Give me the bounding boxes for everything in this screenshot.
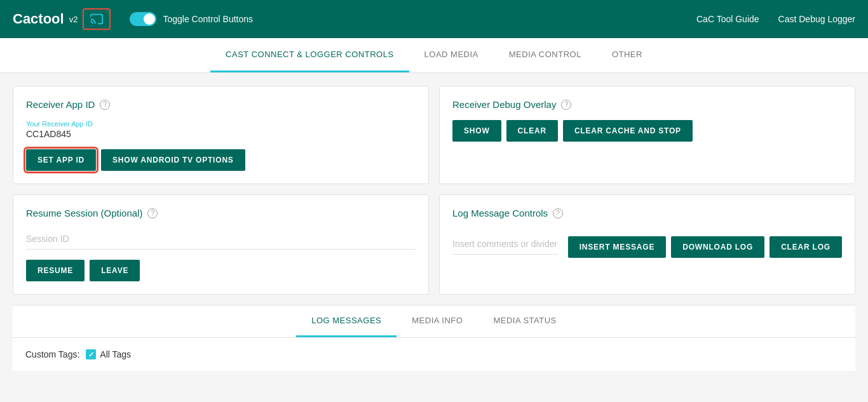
clear-debug-button[interactable]: CLEAR — [506, 120, 558, 142]
custom-tags-area: Custom Tags: All Tags — [13, 338, 855, 371]
resume-session-title: Resume Session (Optional) ? — [26, 208, 416, 218]
receiver-debug-overlay-help[interactable]: ? — [561, 100, 571, 110]
app-id-sub-label: Your Receiver App ID — [26, 120, 416, 128]
receiver-app-id-card: Receiver App ID ? Your Receiver App ID C… — [13, 86, 429, 184]
tab-media-control[interactable]: MEDIA CONTROL — [494, 38, 597, 72]
toggle-switch[interactable] — [130, 12, 156, 26]
resume-session-card: Resume Session (Optional) ? RESUME LEAVE — [13, 194, 429, 295]
logo-version: v2 — [69, 15, 78, 24]
tab-media-status[interactable]: MEDIA STATUS — [478, 305, 571, 337]
show-debug-button[interactable]: SHOW — [452, 120, 501, 142]
receiver-app-id-title: Receiver App ID ? — [26, 99, 416, 110]
set-app-id-button[interactable]: SET APP ID — [26, 149, 96, 171]
toggle-control-area: Toggle Control Buttons — [130, 12, 253, 26]
log-message-controls-card: Log Message Controls ? INSERT MESSAGE DO… — [439, 194, 855, 295]
log-comment-input[interactable] — [452, 234, 558, 255]
bottom-section: LOG MESSAGES MEDIA INFO MEDIA STATUS Cus… — [13, 305, 855, 371]
tab-other[interactable]: OTHER — [597, 38, 658, 72]
receiver-debug-overlay-card: Receiver Debug Overlay ? SHOW CLEAR CLEA… — [439, 86, 855, 184]
card-grid: Receiver App ID ? Your Receiver App ID C… — [13, 86, 855, 295]
bottom-tabs: LOG MESSAGES MEDIA INFO MEDIA STATUS — [13, 305, 855, 338]
clear-cache-stop-button[interactable]: CLEAR CACHE AND STOP — [563, 120, 693, 142]
main-tabs: CAST CONNECT & LOGGER CONTROLS LOAD MEDI… — [0, 38, 868, 73]
logo-text: Cactool — [13, 11, 64, 27]
log-buttons: INSERT MESSAGE DOWNLOAD LOG CLEAR LOG — [568, 236, 842, 258]
show-android-tv-button[interactable]: SHOW ANDROID TV OPTIONS — [101, 149, 245, 171]
log-input-wrap — [452, 229, 558, 255]
tab-load-media[interactable]: LOAD MEDIA — [409, 38, 494, 72]
cast-icon — [88, 12, 105, 26]
log-controls-inner: INSERT MESSAGE DOWNLOAD LOG CLEAR LOG — [452, 229, 842, 258]
download-log-button[interactable]: DOWNLOAD LOG — [671, 236, 764, 258]
app-id-buttons: SET APP ID SHOW ANDROID TV OPTIONS — [26, 149, 416, 171]
tab-cast-connect[interactable]: CAST CONNECT & LOGGER CONTROLS — [210, 38, 409, 72]
custom-tags-label: Custom Tags: — [25, 349, 79, 359]
resume-button[interactable]: RESUME — [26, 260, 85, 281]
tab-log-messages[interactable]: LOG MESSAGES — [296, 305, 397, 337]
app-id-value: CC1AD845 — [26, 129, 416, 139]
all-tags-checkbox-label[interactable]: All Tags — [86, 349, 131, 359]
tab-media-info[interactable]: MEDIA INFO — [397, 305, 478, 337]
debug-overlay-buttons: SHOW CLEAR CLEAR CACHE AND STOP — [452, 120, 842, 142]
insert-message-button[interactable]: INSERT MESSAGE — [568, 236, 667, 258]
log-message-controls-title: Log Message Controls ? — [452, 208, 842, 218]
logo: Cactool v2 — [13, 8, 111, 30]
main-content: Receiver App ID ? Your Receiver App ID C… — [0, 73, 868, 384]
session-id-input[interactable] — [26, 229, 416, 250]
all-tags-checkbox[interactable] — [86, 349, 96, 359]
header-nav: CaC Tool Guide Cast Debug Logger — [696, 14, 855, 24]
toggle-label: Toggle Control Buttons — [163, 14, 253, 24]
receiver-app-id-help[interactable]: ? — [100, 100, 110, 110]
clear-log-button[interactable]: CLEAR LOG — [770, 236, 842, 258]
leave-button[interactable]: LEAVE — [90, 260, 140, 281]
all-tags-label: All Tags — [100, 349, 131, 359]
app-header: Cactool v2 Toggle Control Buttons CaC To… — [0, 0, 868, 38]
cast-debug-logger-link[interactable]: Cast Debug Logger — [778, 14, 855, 24]
session-buttons: RESUME LEAVE — [26, 260, 416, 281]
log-message-controls-help[interactable]: ? — [553, 208, 563, 218]
cac-tool-guide-link[interactable]: CaC Tool Guide — [696, 14, 759, 24]
cast-icon-box[interactable] — [83, 8, 111, 30]
resume-session-help[interactable]: ? — [147, 208, 158, 218]
receiver-debug-overlay-title: Receiver Debug Overlay ? — [452, 99, 842, 110]
